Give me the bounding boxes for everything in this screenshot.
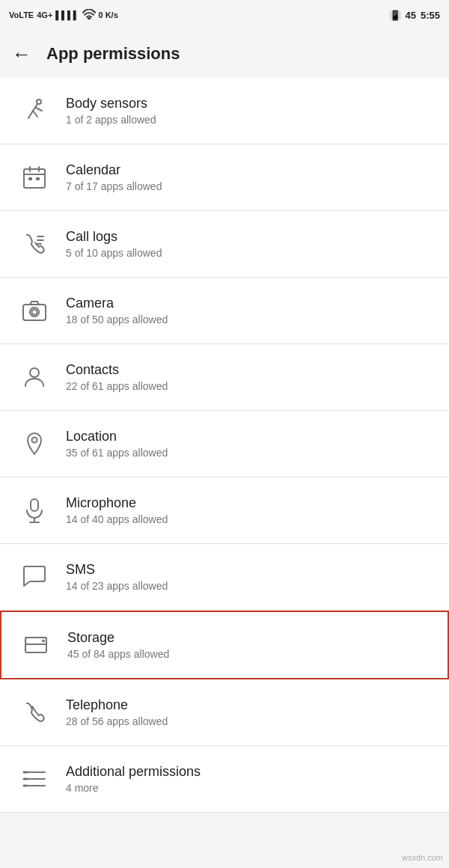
location-icon	[15, 424, 54, 463]
svg-rect-6	[28, 177, 32, 180]
microphone-count: 14 of 40 apps allowed	[66, 513, 168, 525]
battery-level: 45	[406, 10, 416, 21]
call-logs-name: Call logs	[66, 229, 162, 245]
svg-point-13	[32, 310, 37, 315]
svg-point-21	[42, 640, 45, 643]
svg-rect-7	[36, 177, 40, 180]
contacts-name: Contacts	[66, 362, 168, 378]
contacts-icon	[15, 358, 54, 397]
calendar-text: Calendar 7 of 17 apps allowed	[66, 162, 162, 192]
network-indicator: 4G+	[37, 10, 52, 19]
body-sensors-name: Body sensors	[66, 96, 156, 111]
permission-item-camera[interactable]: Camera 18 of 50 apps allowed	[0, 278, 449, 344]
status-bar: VoLTE 4G+ ▌▌▌▌ 0 K/s 📳 45 5:55	[0, 0, 449, 30]
sms-name: SMS	[66, 562, 168, 578]
additional-text: Additional permissions 4 more	[66, 764, 201, 794]
permission-item-additional[interactable]: Additional permissions 4 more	[0, 746, 449, 813]
microphone-name: Microphone	[66, 495, 168, 511]
speed-indicator: 0 K/s	[99, 10, 118, 19]
calendar-name: Calendar	[66, 162, 162, 178]
permission-item-storage[interactable]: Storage 45 of 84 apps allowed	[0, 611, 449, 679]
permission-item-telephone[interactable]: Telephone 28 of 56 apps allowed	[0, 679, 449, 746]
permission-item-microphone[interactable]: Microphone 14 of 40 apps allowed	[0, 477, 449, 544]
vibrate-icon: 📳	[389, 10, 401, 21]
time-display: 5:55	[421, 10, 440, 21]
sms-text: SMS 14 of 23 apps allowed	[66, 562, 168, 592]
watermark: wsxdn.com	[402, 853, 443, 862]
telephone-name: Telephone	[66, 697, 168, 713]
call-logs-count: 5 of 10 apps allowed	[66, 247, 162, 259]
permission-item-contacts[interactable]: Contacts 22 of 61 apps allowed	[0, 344, 449, 411]
permission-item-call-logs[interactable]: Call logs 5 of 10 apps allowed	[0, 211, 449, 278]
microphone-icon	[15, 491, 54, 530]
page-title: App permissions	[46, 44, 180, 64]
signal-bars: ▌▌▌▌	[55, 10, 79, 19]
permission-item-location[interactable]: Location 35 of 61 apps allowed	[0, 411, 449, 477]
body-sensors-text: Body sensors 1 of 2 apps allowed	[66, 96, 156, 126]
permission-item-body-sensors[interactable]: Body sensors 1 of 2 apps allowed	[0, 78, 449, 144]
storage-count: 45 of 84 apps allowed	[67, 648, 169, 660]
status-right: 📳 45 5:55	[389, 10, 441, 21]
calendar-count: 7 of 17 apps allowed	[66, 180, 162, 192]
svg-point-15	[32, 438, 37, 443]
contacts-count: 22 of 61 apps allowed	[66, 380, 168, 392]
camera-icon	[15, 291, 54, 330]
additional-count: 4 more	[66, 782, 201, 794]
camera-count: 18 of 50 apps allowed	[66, 314, 168, 326]
wifi-icon	[82, 9, 96, 21]
permission-item-sms[interactable]: SMS 14 of 23 apps allowed	[0, 544, 449, 611]
microphone-text: Microphone 14 of 40 apps allowed	[66, 495, 168, 525]
status-left: VoLTE 4G+ ▌▌▌▌ 0 K/s	[9, 9, 118, 21]
additional-icon	[15, 760, 54, 798]
calendar-icon	[15, 158, 54, 197]
svg-point-14	[30, 368, 39, 377]
camera-name: Camera	[66, 296, 168, 311]
telephone-text: Telephone 28 of 56 apps allowed	[66, 697, 168, 727]
call-logs-text: Call logs 5 of 10 apps allowed	[66, 229, 162, 259]
body-sensors-count: 1 of 2 apps allowed	[66, 114, 156, 126]
additional-name: Additional permissions	[66, 764, 201, 780]
svg-rect-16	[31, 499, 38, 511]
volte-indicator: VoLTE	[9, 10, 34, 19]
sms-count: 14 of 23 apps allowed	[66, 580, 168, 592]
location-text: Location 35 of 61 apps allowed	[66, 429, 168, 459]
app-header: ← App permissions	[0, 30, 449, 78]
storage-text: Storage 45 of 84 apps allowed	[67, 630, 169, 660]
permission-list: Body sensors 1 of 2 apps allowed Calenda…	[0, 78, 449, 813]
body-sensors-icon	[15, 91, 54, 130]
telephone-icon	[15, 693, 54, 732]
contacts-text: Contacts 22 of 61 apps allowed	[66, 362, 168, 392]
telephone-count: 28 of 56 apps allowed	[66, 715, 168, 727]
location-name: Location	[66, 429, 168, 444]
svg-rect-2	[24, 169, 45, 188]
back-button[interactable]: ←	[12, 43, 31, 66]
call-logs-icon	[15, 224, 54, 263]
camera-text: Camera 18 of 50 apps allowed	[66, 296, 168, 326]
sms-icon	[15, 557, 54, 596]
location-count: 35 of 61 apps allowed	[66, 447, 168, 459]
permission-item-calendar[interactable]: Calendar 7 of 17 apps allowed	[0, 144, 449, 211]
svg-point-0	[88, 18, 89, 19]
storage-icon	[16, 626, 55, 664]
storage-name: Storage	[67, 630, 169, 646]
